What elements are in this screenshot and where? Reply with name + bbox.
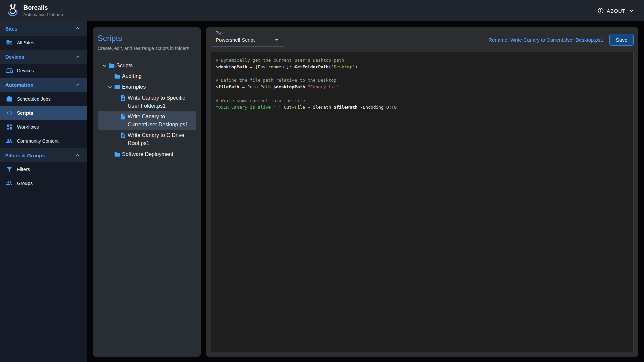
sidebar-item-filters[interactable]: Filters <box>0 162 87 176</box>
folder-icon <box>108 62 115 69</box>
chevron-up-icon <box>74 81 81 88</box>
tree-file-write-canary-to-currentuser-desktop-ps1[interactable]: Write Canary to CurrentUser Desktop.ps1 <box>98 111 196 130</box>
topbar: Borealis Automation Platform ABOUT <box>0 0 644 21</box>
editor-header: Type Powershell Script Rename: Write Can… <box>211 32 634 48</box>
filters-icon <box>6 166 13 173</box>
about-menu[interactable]: ABOUT <box>597 7 635 14</box>
tree-item-label: Scripts <box>116 62 133 70</box>
sidebar-item-groups[interactable]: Groups <box>0 176 87 190</box>
folder-icon <box>114 73 121 80</box>
sidebar-section-automation[interactable]: Automation <box>0 78 87 92</box>
editor-header-actions: Rename: Write Canary to CurrentUser Desk… <box>488 34 634 46</box>
code-line: "USER Canary is alive." | Out-File -File… <box>216 104 629 111</box>
tree-item-label: Auditing <box>122 72 142 80</box>
explorer-subtitle: Create, edit, and rearrange scripts in f… <box>98 46 196 51</box>
sidebar-item-label: Workflows <box>17 124 39 130</box>
file-icon-wrap <box>119 113 128 120</box>
community-content-icon <box>6 138 13 144</box>
chevron-down-icon <box>628 7 635 14</box>
borealis-logo-icon <box>5 3 20 18</box>
devices-icon <box>6 67 13 74</box>
tree-folder-auditing[interactable]: Auditing <box>98 71 196 82</box>
sidebar-item-label: Community Content <box>17 138 59 144</box>
tree-item-label: Write Canary to CurrentUser Desktop.ps1 <box>128 113 195 129</box>
sidebar-item-label: Filters <box>17 167 30 172</box>
chevron-down-icon <box>107 84 113 90</box>
file-icon-wrap <box>119 94 128 101</box>
tree-file-write-canary-to-specific-user-folder-ps1[interactable]: Write Canary to Specific User Folder.ps1 <box>98 93 196 111</box>
sidebar-section-devices[interactable]: Devices <box>0 50 87 64</box>
explorer-title: Scripts <box>98 34 196 43</box>
code-line: # Define the file path relative to the D… <box>216 77 629 84</box>
chevron-down-icon <box>101 62 108 69</box>
folder-icon <box>114 84 121 90</box>
brand-text: Borealis Automation Platform <box>23 4 63 17</box>
file-icon-wrap <box>119 131 128 139</box>
sidebar-item-devices[interactable]: Devices <box>0 64 87 78</box>
tree-folder-examples[interactable]: Examples <box>98 82 196 93</box>
sidebar-item-scripts[interactable]: Scripts <box>0 106 87 120</box>
sidebar-section-filters-groups[interactable]: Filters & Groups <box>0 148 87 162</box>
about-label: ABOUT <box>607 8 625 14</box>
tree-item-label: Write Canary to Specific User Folder.ps1 <box>128 94 195 110</box>
scripts-explorer-panel: Scripts Create, edit, and rearrange scri… <box>93 27 201 357</box>
file-icon <box>120 113 126 120</box>
tree-folder-software-deployment[interactable]: Software Deployment <box>98 149 196 160</box>
tree-item-label: Examples <box>122 83 146 91</box>
sidebar-item-label: All Sites <box>17 40 34 45</box>
folder-icon <box>114 151 121 158</box>
app-title: Borealis <box>23 4 63 11</box>
sidebar-item-label: Scripts <box>17 110 33 116</box>
folder-icon-wrap <box>113 150 122 158</box>
chevron-up-icon <box>74 53 81 60</box>
sidebar-item-community-content[interactable]: Community Content <box>0 134 87 148</box>
folder-icon-wrap <box>108 62 116 69</box>
type-value: Powershell Script <box>216 37 273 43</box>
sidebar-section-label: Devices <box>5 54 24 60</box>
app-subtitle: Automation Platform <box>23 12 63 17</box>
code-line: # Dynamically get the current user's Des… <box>216 57 629 64</box>
code-line: $desktopPath = [Environment]::GetFolderP… <box>216 64 629 70</box>
scripts-icon <box>6 110 13 116</box>
sidebar-item-label: Devices <box>17 68 34 73</box>
all-sites-icon <box>6 39 13 46</box>
code-line <box>216 90 629 97</box>
dropdown-arrow-icon <box>273 36 281 44</box>
editor-panel: Type Powershell Script Rename: Write Can… <box>206 27 638 357</box>
script-type-select[interactable]: Type Powershell Script <box>211 33 284 47</box>
sidebar-item-workflows[interactable]: Workflows <box>0 120 87 134</box>
sidebar-section-label: Sites <box>5 26 17 32</box>
rename-link[interactable]: Rename: Write Canary to CurrentUser Desk… <box>488 37 603 43</box>
scripts-tree: ScriptsAuditingExamplesWrite Canary to S… <box>98 60 196 160</box>
code-editor[interactable]: # Dynamically get the current user's Des… <box>211 52 634 352</box>
folder-icon-wrap <box>113 83 122 90</box>
info-icon <box>597 7 604 14</box>
sidebar-section-label: Automation <box>5 82 33 88</box>
code-line <box>216 70 629 77</box>
save-button[interactable]: Save <box>609 34 634 46</box>
tree-indent <box>99 62 108 69</box>
code-line: # Write some content into the file <box>216 97 629 104</box>
brand: Borealis Automation Platform <box>5 3 63 18</box>
sidebar-item-all-sites[interactable]: All Sites <box>0 36 87 50</box>
tree-folder-scripts[interactable]: Scripts <box>98 60 196 71</box>
chevron-up-icon <box>74 152 81 159</box>
folder-icon-wrap <box>113 72 122 80</box>
sidebar-item-label: Scheduled Jobs <box>17 96 51 102</box>
chevron-up-icon <box>74 25 81 32</box>
tree-item-label: Write Canary to C Drive Root.ps1 <box>128 131 195 147</box>
tree-item-label: Software Deployment <box>122 150 173 158</box>
sidebar-item-label: Groups <box>17 181 33 186</box>
sidebar: SitesAll SitesDevicesDevicesAutomationSc… <box>0 21 87 362</box>
file-icon <box>120 95 126 101</box>
tree-file-write-canary-to-c-drive-root-ps1[interactable]: Write Canary to C Drive Root.ps1 <box>98 130 196 149</box>
sidebar-item-scheduled-jobs[interactable]: Scheduled Jobs <box>0 92 87 106</box>
groups-icon <box>6 180 13 187</box>
tree-indent <box>99 83 113 90</box>
code-line: $filePath = Join-Path $desktopPath "Cana… <box>216 84 629 90</box>
sidebar-section-sites[interactable]: Sites <box>0 21 87 36</box>
sidebar-section-label: Filters & Groups <box>5 153 45 158</box>
scheduled-jobs-icon <box>6 96 13 102</box>
type-label: Type <box>214 31 226 35</box>
file-icon <box>120 132 126 139</box>
